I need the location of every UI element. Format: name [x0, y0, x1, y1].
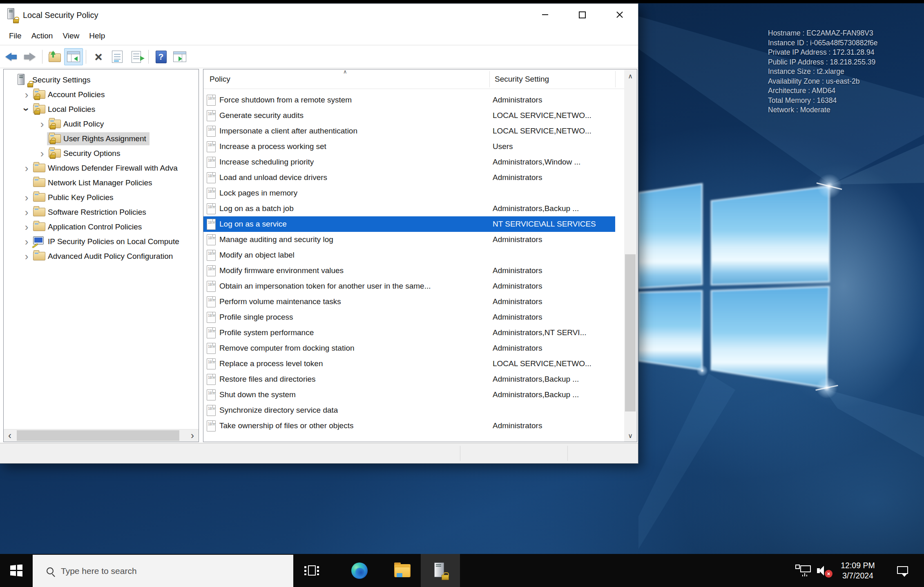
scrollbar-thumb[interactable] [17, 430, 179, 441]
tree-item[interactable]: ›IP Security Policies on Local Compute [4, 234, 199, 249]
tree-item[interactable]: ›Advanced Audit Policy Configuration [4, 249, 199, 264]
chevron-down-icon[interactable]: › [21, 105, 32, 114]
export-list-button[interactable] [127, 48, 145, 65]
instance-info-line: Network : Moderate [768, 105, 878, 115]
forward-icon [24, 53, 36, 61]
tree-item[interactable]: ›Security Options [4, 146, 199, 161]
edge-button[interactable] [346, 554, 373, 587]
toolbar-separator [42, 50, 42, 64]
policy-row[interactable]: Profile single processAdministrators [203, 309, 615, 325]
tree-item[interactable]: ›Public Key Policies [4, 190, 199, 205]
instance-info-line: Private IP Address : 172.31.28.94 [768, 48, 878, 58]
delete-button[interactable]: × [89, 48, 108, 65]
policy-row[interactable]: Lock pages in memory [203, 185, 615, 201]
start-button[interactable] [0, 554, 33, 587]
back-button[interactable] [2, 48, 20, 65]
column-header-security-setting[interactable]: Security Setting [495, 69, 549, 89]
tree-item[interactable]: ›Application Control Policies [4, 220, 199, 234]
local-security-policy-taskbar-button[interactable] [421, 554, 460, 587]
scroll-right-icon[interactable]: › [186, 429, 199, 442]
policy-name: Remove computer from docking station [219, 344, 355, 353]
policy-row[interactable]: Remove computer from docking stationAdmi… [203, 340, 615, 356]
chevron-right-icon[interactable]: › [37, 148, 47, 159]
policy-row[interactable]: Take ownership of files or other objects… [203, 418, 615, 434]
titlebar[interactable]: Local Security Policy [0, 4, 638, 27]
maximize-icon [579, 11, 586, 18]
policy-row[interactable]: Increase scheduling priorityAdministrato… [203, 154, 615, 170]
policy-row[interactable]: Increase a process working setUsers [203, 139, 615, 154]
scrollbar-thumb[interactable] [625, 254, 636, 411]
chevron-right-icon[interactable]: › [22, 89, 31, 100]
policy-row[interactable]: Profile system performanceAdministrators… [203, 325, 615, 340]
maximize-button[interactable] [564, 4, 601, 26]
column-divider[interactable] [489, 71, 490, 87]
scroll-up-icon[interactable]: ∧ [624, 70, 636, 82]
ipsec-icon [32, 236, 47, 248]
chevron-right-icon[interactable]: › [22, 251, 31, 262]
tree-item[interactable]: User Rights Assignment [4, 131, 199, 146]
policy-row[interactable]: Impersonate a client after authenticatio… [203, 123, 615, 139]
chevron-right-icon[interactable]: › [22, 163, 31, 173]
forward-button[interactable] [20, 48, 39, 65]
network-tray-button[interactable] [792, 554, 814, 587]
show-console-tree-button[interactable] [64, 48, 83, 65]
policy-name: Restore files and directories [219, 375, 316, 384]
scroll-left-icon[interactable]: ‹ [4, 429, 16, 442]
tree-item[interactable]: Network List Manager Policies [4, 176, 199, 190]
tree-item[interactable]: ›Audit Policy [4, 117, 199, 131]
column-header-policy[interactable]: Policy [210, 69, 230, 89]
action-center-button[interactable] [891, 554, 914, 587]
policy-row[interactable]: Restore files and directoriesAdministrat… [203, 371, 615, 387]
policy-row[interactable]: Replace a process level tokenLOCAL SERVI… [203, 356, 615, 371]
policy-name: Modify an object label [219, 251, 295, 260]
help-button[interactable] [152, 48, 170, 65]
policy-row[interactable]: Perform volume maintenance tasksAdminist… [203, 294, 615, 309]
policy-row[interactable]: Modify firmware environment valuesAdmini… [203, 263, 615, 278]
file-explorer-button[interactable] [389, 554, 415, 587]
policy-row[interactable]: Manage auditing and security logAdminist… [203, 232, 615, 247]
tree-item[interactable]: Security Settings [4, 73, 199, 87]
tree-item[interactable]: ›Windows Defender Firewall with Adva [4, 161, 199, 176]
task-view-button[interactable] [299, 554, 325, 587]
properties-button[interactable] [108, 48, 127, 65]
taskbar-search[interactable] [33, 555, 293, 587]
tree-item-label: Audit Policy [63, 120, 104, 129]
menu-file[interactable]: File [4, 27, 27, 45]
tree-item[interactable]: ›Local Policies [4, 102, 199, 117]
column-divider[interactable] [615, 71, 616, 87]
minimize-button[interactable] [527, 4, 564, 26]
menu-help[interactable]: Help [84, 27, 110, 45]
menu-action[interactable]: Action [27, 27, 58, 45]
taskbar-clock[interactable]: 12:09 PM 3/7/2024 [831, 554, 884, 587]
tree-horizontal-scrollbar[interactable]: ‹ › [4, 429, 199, 442]
close-icon [616, 11, 624, 19]
scroll-down-icon[interactable]: ∨ [624, 429, 636, 442]
tree-item[interactable]: ›Account Policies [4, 87, 199, 102]
security-setting-value: Administrators [493, 173, 542, 182]
policy-row[interactable]: Log on as a batch jobAdministrators,Back… [203, 201, 615, 216]
tree-item[interactable]: ›Software Restriction Policies [4, 205, 199, 220]
export-button[interactable] [45, 48, 64, 65]
chevron-right-icon[interactable]: › [22, 207, 31, 218]
show-action-pane-button[interactable] [170, 48, 189, 65]
policy-row[interactable]: Synchronize directory service data [203, 402, 615, 418]
policy-row[interactable]: Shut down the systemAdministrators,Backu… [203, 387, 615, 402]
policy-row[interactable]: Log on as a serviceNT SERVICE\ALL SERVIC… [203, 216, 615, 232]
security-setting-value: LOCAL SERVICE,NETWO... [493, 359, 591, 368]
close-button[interactable] [601, 4, 638, 26]
menu-view[interactable]: View [58, 27, 84, 45]
network-icon [795, 565, 811, 577]
chevron-right-icon[interactable]: › [22, 192, 31, 203]
policy-document-icon [207, 358, 216, 369]
list-vertical-scrollbar[interactable]: ∧ ∨ [624, 70, 636, 442]
chevron-right-icon[interactable]: › [22, 236, 31, 247]
search-input[interactable] [60, 566, 232, 576]
policy-row[interactable]: Force shutdown from a remote systemAdmin… [203, 92, 615, 108]
policy-name: Take ownership of files or other objects [219, 421, 353, 430]
policy-row[interactable]: Modify an object label [203, 247, 615, 263]
policy-row[interactable]: Generate security auditsLOCAL SERVICE,NE… [203, 108, 615, 123]
policy-row[interactable]: Obtain an impersonation token for anothe… [203, 278, 615, 294]
chevron-right-icon[interactable]: › [22, 222, 31, 232]
policy-row[interactable]: Load and unload device driversAdministra… [203, 170, 615, 185]
chevron-right-icon[interactable]: › [37, 119, 47, 129]
